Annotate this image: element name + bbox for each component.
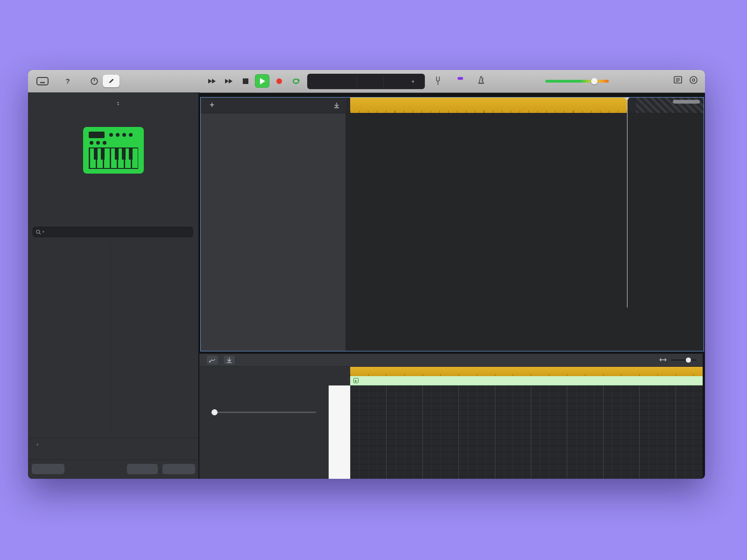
zoom-slider[interactable] — [671, 359, 696, 361]
loop-browser-icon[interactable] — [689, 76, 698, 84]
toolbar: ? — [28, 70, 705, 93]
count-in-button[interactable] — [458, 77, 463, 80]
editor-info-panel — [199, 367, 328, 479]
play-icon — [260, 78, 265, 84]
desktop-background: ? — [0, 0, 747, 560]
master-volume-knob[interactable] — [591, 78, 598, 84]
piano-roll: ▶ — [350, 367, 703, 479]
record-button[interactable] — [272, 74, 286, 88]
add-track-button[interactable]: + — [207, 100, 217, 110]
editor-ruler[interactable] — [350, 367, 703, 376]
library-toggle-icon[interactable] — [35, 76, 49, 87]
library-category-list — [28, 242, 111, 433]
metronome-icon[interactable] — [477, 76, 485, 84]
save-button[interactable] — [162, 464, 195, 474]
notepad-icon[interactable] — [673, 76, 683, 84]
tracks-area: + — [200, 97, 704, 351]
note-layer[interactable] — [350, 385, 703, 479]
region-play-icon[interactable]: ▶ — [353, 378, 359, 383]
play-button[interactable] — [255, 74, 269, 88]
catch-playhead-icon[interactable] — [333, 102, 340, 110]
garageband-window: ? — [28, 70, 705, 479]
editor-panel: ▶ — [199, 354, 703, 479]
chevron-right-icon: › — [36, 441, 38, 447]
velocity-slider[interactable] — [211, 412, 316, 413]
automation-curves-icon[interactable] — [207, 356, 218, 364]
help-icon[interactable]: ? — [63, 75, 73, 86]
piano-keys — [328, 385, 350, 479]
transport-controls — [204, 74, 303, 88]
editor-region-strip[interactable]: ▶ — [350, 376, 703, 385]
track-list — [201, 113, 345, 351]
search-scope-chevron-icon[interactable]: ▾ — [42, 230, 44, 234]
tuning-fork-icon[interactable] — [435, 76, 441, 85]
chevron-down-icon[interactable]: ▾ — [412, 79, 414, 84]
cycle-button[interactable] — [289, 74, 303, 88]
cycle-region[interactable] — [350, 98, 627, 113]
master-volume-slider[interactable] — [545, 80, 609, 83]
zoom-knob[interactable] — [686, 357, 691, 363]
lane-list — [345, 113, 704, 351]
editor-zoom-control — [659, 357, 696, 362]
library-footer — [28, 460, 198, 479]
editors-toggle-button[interactable] — [103, 75, 120, 87]
library-scope-picker[interactable]: ▴▾ — [115, 98, 119, 106]
arrange-ruler[interactable] — [345, 98, 704, 113]
horizontal-scrollbar[interactable] — [673, 100, 700, 104]
rewind-button[interactable] — [204, 74, 219, 88]
stop-button[interactable] — [238, 74, 253, 88]
editor-header — [199, 354, 703, 367]
playhead[interactable] — [627, 98, 627, 308]
library-lists — [28, 242, 198, 433]
chevron-updown-icon: ▴▾ — [117, 101, 119, 106]
velocity-knob[interactable] — [211, 409, 218, 415]
patch-image — [28, 115, 198, 185]
smart-controls-icon[interactable] — [87, 75, 102, 87]
lcd-display[interactable]: ▾ — [307, 74, 425, 89]
horizontal-zoom-icon — [659, 357, 667, 362]
library-sound-list — [111, 242, 198, 433]
forward-button[interactable] — [221, 74, 236, 88]
region-notes-segmented — [211, 394, 316, 403]
record-icon — [276, 78, 282, 84]
search-input[interactable] — [46, 228, 190, 236]
delete-button[interactable] — [127, 464, 158, 474]
search-field[interactable]: ▾ — [33, 227, 193, 237]
revert-button[interactable] — [32, 464, 64, 474]
search-icon — [36, 230, 41, 235]
library-panel: ▴▾ ▾ — [28, 92, 199, 479]
catch-playhead-icon[interactable] — [224, 356, 235, 364]
instrument-type-row[interactable]: › — [28, 438, 198, 450]
track-header-toolbar: + — [201, 98, 345, 113]
